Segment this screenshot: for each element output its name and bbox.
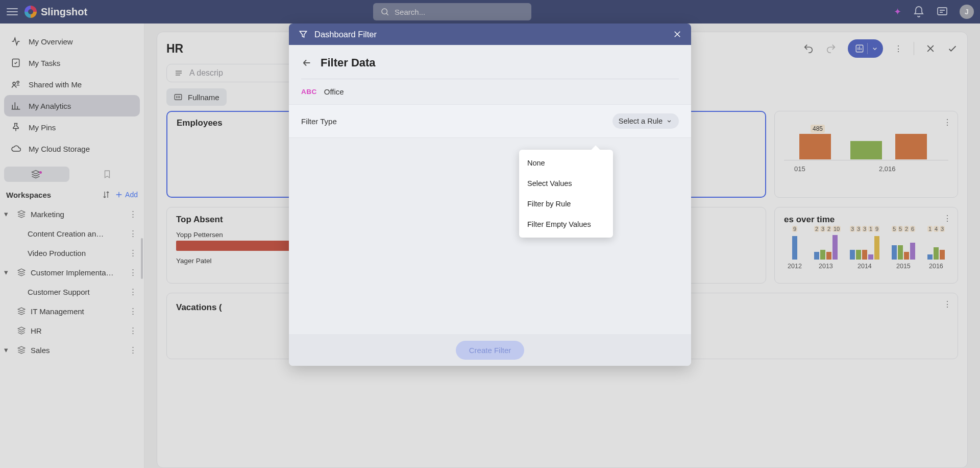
- layers-icon: [16, 209, 27, 219]
- option-filter-empty-values[interactable]: Filter Empty Values: [519, 214, 613, 235]
- workspace-content-creation[interactable]: Content Creation an… ⋮: [4, 224, 140, 243]
- add-workspace-button[interactable]: Add: [115, 191, 138, 199]
- field-type-badge: ABC: [301, 88, 317, 96]
- more-icon[interactable]: ⋮: [128, 307, 138, 316]
- dashboard-filter-modal: Dashboard Filter Filter Data ABC Office …: [289, 24, 691, 366]
- caret-down-icon[interactable]: ▾: [4, 268, 12, 277]
- workspace-it-management[interactable]: ▾ IT Management ⋮: [4, 301, 140, 321]
- filter-type-label: Filter Type: [301, 117, 337, 126]
- nav-shared-with-me[interactable]: Shared with Me: [4, 74, 140, 95]
- modal-subtitle: Filter Data: [321, 56, 376, 69]
- caret-down-icon[interactable]: ▾: [4, 345, 12, 355]
- card-more-icon[interactable]: ⋮: [894, 44, 902, 54]
- option-select-values[interactable]: Select Values: [519, 173, 613, 194]
- viz-icon: [855, 44, 864, 53]
- sparkle-icon[interactable]: ✦: [894, 6, 901, 17]
- more-icon[interactable]: ⋮: [128, 326, 138, 335]
- filter-viz-icon: [174, 92, 183, 102]
- back-button[interactable]: [301, 57, 312, 68]
- field-name: Office: [324, 87, 344, 96]
- more-icon[interactable]: ⋮: [943, 299, 951, 309]
- sidebar-tab-bookmark[interactable]: [75, 167, 140, 182]
- chart-new-hires[interactable]: ⋮ es over time 9201223210201333319201455…: [774, 207, 958, 284]
- undo-icon[interactable]: [803, 43, 814, 54]
- layers-icon: [16, 268, 27, 277]
- search-input[interactable]: [373, 3, 531, 20]
- workspace-customer-support[interactable]: Customer Support ⋮: [4, 282, 140, 301]
- filter-icon: [298, 29, 308, 39]
- filter-type-dropdown: None Select Values Filter by Rule Filter…: [519, 150, 613, 238]
- sort-icon[interactable]: [102, 190, 111, 199]
- nav-my-tasks[interactable]: My Tasks: [4, 52, 140, 74]
- check-icon[interactable]: [947, 43, 958, 54]
- share-icon: [10, 79, 21, 90]
- scrollbar[interactable]: [141, 238, 143, 279]
- more-icon[interactable]: ⋮: [943, 214, 951, 223]
- chart-bar2[interactable]: ⋮ 485 774 015 2,016: [774, 111, 958, 198]
- more-icon[interactable]: ⋮: [128, 229, 138, 238]
- sidebar-tab-stacks[interactable]: [4, 167, 69, 182]
- more-icon[interactable]: ⋮: [128, 345, 138, 355]
- hamburger-icon[interactable]: [6, 6, 18, 18]
- modal-close-button[interactable]: [673, 30, 682, 39]
- layers-icon: [16, 326, 27, 335]
- svg-rect-1: [938, 8, 947, 15]
- more-icon[interactable]: ⋮: [128, 268, 138, 277]
- workspace-marketing[interactable]: ▾ Marketing ⋮: [4, 204, 140, 224]
- view-mode-button[interactable]: [848, 39, 883, 58]
- workspace-customer-impl[interactable]: ▾ Customer Implementa… ⋮: [4, 263, 140, 282]
- workspace-hr[interactable]: ▾ HR ⋮: [4, 321, 140, 340]
- chevron-down-icon: [871, 44, 879, 53]
- filter-chip-fullname[interactable]: Fullname: [166, 88, 227, 106]
- caret-down-icon[interactable]: ▾: [4, 209, 12, 219]
- more-icon[interactable]: ⋮: [128, 287, 138, 296]
- close-icon: [673, 30, 682, 39]
- activity-icon: [10, 36, 21, 47]
- workspace-video-production[interactable]: Video Production ⋮: [4, 243, 140, 263]
- filter-type-select[interactable]: Select a Rule: [612, 113, 679, 129]
- stacks-icon: [31, 169, 41, 179]
- svg-point-3: [13, 82, 15, 85]
- chevron-down-icon: [666, 118, 673, 125]
- create-filter-button[interactable]: Create Filter: [456, 341, 525, 360]
- svg-point-0: [382, 9, 387, 14]
- logo-icon: [24, 6, 37, 18]
- svg-point-4: [17, 81, 19, 83]
- layers-icon: [16, 345, 27, 355]
- nav-my-cloud-storage[interactable]: My Cloud Storage: [4, 138, 140, 159]
- option-none[interactable]: None: [519, 153, 613, 173]
- workspace-sales[interactable]: ▾ Sales ⋮: [4, 340, 140, 360]
- workspaces-header: Workspaces: [6, 191, 97, 199]
- notes-icon[interactable]: [936, 6, 948, 18]
- search-icon: [380, 7, 389, 16]
- more-icon[interactable]: ⋮: [128, 209, 138, 219]
- option-filter-by-rule[interactable]: Filter by Rule: [519, 194, 613, 214]
- brand-label: Slingshot: [41, 6, 87, 18]
- layers-icon: [16, 307, 27, 316]
- close-icon[interactable]: [925, 43, 936, 54]
- nav-my-analytics[interactable]: My Analytics: [4, 95, 140, 116]
- avatar[interactable]: J: [960, 5, 974, 19]
- redo-icon[interactable]: [825, 43, 837, 54]
- plus-icon: [115, 191, 123, 199]
- more-icon[interactable]: ⋮: [128, 248, 138, 258]
- dashboard-title[interactable]: HR: [166, 42, 183, 56]
- bookmark-icon: [103, 170, 112, 179]
- nav-my-pins[interactable]: My Pins: [4, 116, 140, 138]
- cloud-icon: [10, 143, 21, 154]
- pin-icon: [10, 122, 21, 133]
- arrow-left-icon: [301, 57, 312, 68]
- bell-icon[interactable]: [913, 6, 925, 18]
- task-icon: [10, 57, 21, 68]
- nav-my-overview[interactable]: My Overview: [4, 31, 140, 52]
- modal-title: Dashboard Filter: [314, 30, 377, 39]
- chart-icon: [10, 100, 21, 111]
- lines-icon: [174, 68, 183, 78]
